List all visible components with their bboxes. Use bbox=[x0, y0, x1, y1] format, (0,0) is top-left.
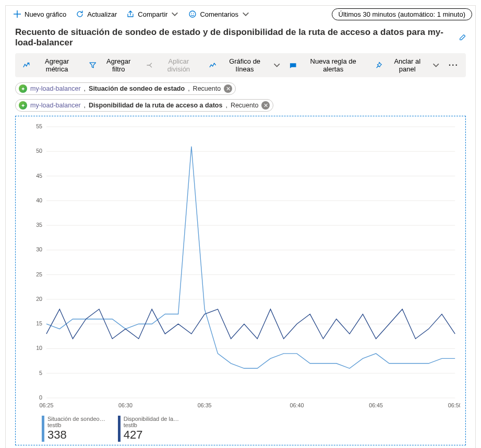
legend-label: Disponibilidad de la… bbox=[124, 416, 179, 422]
svg-point-1 bbox=[191, 13, 193, 14]
chart-type-button[interactable]: Gráfico de líneas bbox=[205, 55, 285, 75]
pin-label: Anclar al panel bbox=[386, 57, 429, 73]
plus-icon bbox=[13, 10, 21, 18]
apply-split-label: Aplicar división bbox=[157, 57, 201, 73]
chevron-down-icon bbox=[273, 61, 281, 69]
resource-icon: ✦ bbox=[19, 101, 27, 110]
smiley-icon bbox=[188, 10, 197, 18]
add-filter-label: Agregar filtro bbox=[100, 57, 137, 73]
legend-label: Situación de sondeo… bbox=[47, 416, 105, 422]
svg-text:06:50: 06:50 bbox=[448, 402, 460, 408]
chip-aggregation: Recuento bbox=[193, 85, 221, 92]
pin-button[interactable]: Anclar al panel bbox=[370, 55, 444, 75]
add-filter-button[interactable]: Agregar filtro bbox=[85, 55, 141, 75]
chip-metric: Situación de sondeo de estado bbox=[89, 85, 185, 92]
legend-value: 338 bbox=[47, 428, 105, 442]
metric-chip-row: ✦ my-load-balancer, Situación de sondeo … bbox=[15, 82, 466, 112]
time-range-label: Últimos 30 minutos (automático: 1 minuto… bbox=[339, 10, 465, 18]
legend-item[interactable]: Disponibilidad de la… testlb 427 bbox=[118, 416, 179, 442]
svg-text:06:40: 06:40 bbox=[290, 402, 304, 408]
metric-chip[interactable]: ✦ my-load-balancer, Situación de sondeo … bbox=[15, 82, 236, 95]
legend-item[interactable]: Situación de sondeo… testlb 338 bbox=[42, 416, 105, 442]
svg-text:40: 40 bbox=[36, 197, 42, 203]
pin-icon bbox=[375, 61, 382, 69]
line-chart[interactable]: 051015202530354045505506:2506:3006:3506:… bbox=[21, 122, 460, 414]
svg-text:0: 0 bbox=[39, 394, 42, 401]
line-chart-icon bbox=[209, 61, 217, 69]
remove-chip-icon[interactable]: ✕ bbox=[224, 84, 232, 93]
svg-text:30: 30 bbox=[36, 246, 42, 252]
refresh-icon bbox=[76, 10, 84, 18]
chip-resource: my-load-balancer bbox=[30, 85, 81, 92]
comments-label: Comentarios bbox=[200, 10, 238, 18]
refresh-button[interactable]: Actualizar bbox=[71, 8, 121, 20]
new-chart-label: Nuevo gráfico bbox=[25, 10, 66, 18]
add-metric-label: Agregar métrica bbox=[33, 57, 80, 73]
edit-icon[interactable] bbox=[459, 33, 466, 42]
svg-text:5: 5 bbox=[39, 370, 42, 376]
legend-sublabel: testlb bbox=[124, 422, 179, 428]
comments-button[interactable]: Comentarios bbox=[184, 8, 254, 20]
chart-type-label: Gráfico de líneas bbox=[220, 57, 270, 73]
legend-sublabel: testlb bbox=[47, 422, 105, 428]
apply-split-button: Aplicar división bbox=[141, 55, 205, 75]
share-icon bbox=[126, 10, 135, 18]
svg-point-3 bbox=[28, 63, 29, 64]
chevron-down-icon bbox=[242, 10, 250, 18]
chart-title: Recuento de situación de sondeo de estad… bbox=[15, 27, 454, 48]
svg-text:45: 45 bbox=[36, 172, 42, 178]
metric-chip[interactable]: ✦ my-load-balancer, Disponibilidad de la… bbox=[15, 99, 273, 112]
alert-icon bbox=[289, 61, 297, 69]
time-range-pill[interactable]: Últimos 30 minutos (automático: 1 minuto… bbox=[332, 8, 472, 20]
more-button[interactable]: ··· bbox=[444, 58, 463, 72]
chevron-down-icon bbox=[432, 61, 440, 69]
command-bar: Nuevo gráfico Actualizar Compartir Comen… bbox=[6, 6, 475, 23]
share-label: Compartir bbox=[138, 10, 167, 18]
chart-legend: Situación de sondeo… testlb 338 Disponib… bbox=[21, 414, 460, 442]
svg-point-0 bbox=[189, 11, 196, 17]
svg-text:06:30: 06:30 bbox=[118, 402, 133, 408]
chip-metric: Disponibilidad de la ruta de acceso a da… bbox=[89, 102, 222, 109]
split-icon bbox=[146, 61, 153, 69]
chip-resource: my-load-balancer bbox=[30, 102, 81, 109]
legend-swatch bbox=[42, 416, 44, 442]
svg-text:06:35: 06:35 bbox=[198, 402, 212, 408]
metrics-panel: Nuevo gráfico Actualizar Compartir Comen… bbox=[5, 5, 476, 448]
legend-swatch bbox=[118, 416, 121, 442]
svg-text:06:45: 06:45 bbox=[369, 402, 383, 408]
svg-text:35: 35 bbox=[36, 222, 42, 228]
new-alert-rule-label: Nueva regla de alertas bbox=[300, 57, 366, 73]
svg-text:25: 25 bbox=[36, 271, 42, 277]
chip-aggregation: Recuento bbox=[231, 102, 259, 109]
metric-icon bbox=[22, 61, 30, 69]
svg-text:55: 55 bbox=[36, 123, 42, 129]
legend-value: 427 bbox=[124, 428, 179, 442]
svg-point-2 bbox=[194, 13, 195, 14]
chart-toolbar: Agregar métrica Agregar filtro Aplicar d… bbox=[15, 53, 466, 77]
svg-text:50: 50 bbox=[36, 148, 42, 154]
resource-icon: ✦ bbox=[19, 84, 27, 93]
svg-text:10: 10 bbox=[36, 345, 42, 351]
add-metric-button[interactable]: Agregar métrica bbox=[18, 55, 85, 75]
svg-text:20: 20 bbox=[36, 296, 42, 302]
new-alert-rule-button[interactable]: Nueva regla de alertas bbox=[285, 55, 370, 75]
svg-text:15: 15 bbox=[36, 320, 42, 326]
svg-text:06:25: 06:25 bbox=[39, 402, 53, 408]
chart-title-row: Recuento de situación de sondeo de estad… bbox=[6, 23, 475, 51]
refresh-label: Actualizar bbox=[87, 10, 117, 18]
filter-icon bbox=[89, 61, 97, 69]
remove-chip-icon[interactable]: ✕ bbox=[261, 101, 270, 110]
new-chart-button[interactable]: Nuevo gráfico bbox=[9, 8, 70, 20]
chart-container: 051015202530354045505506:2506:3006:3506:… bbox=[15, 116, 466, 445]
chevron-down-icon bbox=[171, 10, 179, 18]
share-button[interactable]: Compartir bbox=[122, 8, 183, 20]
